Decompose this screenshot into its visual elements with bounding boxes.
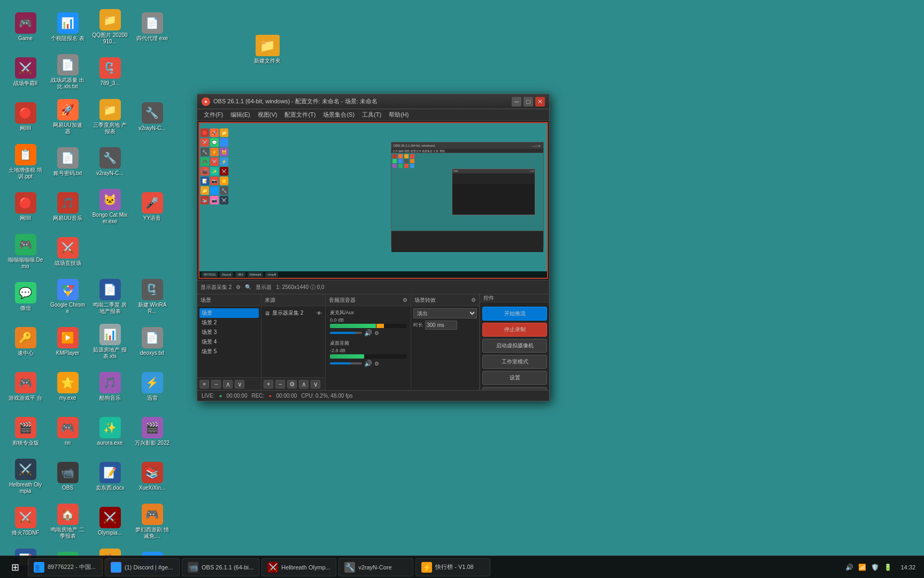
desktop-icon-3rd[interactable]: 📁 三季度房地 产报表 xyxy=(90,95,130,138)
obs-studio-mode-button[interactable]: 工作室模式 xyxy=(482,355,547,369)
desktop-icon-chrome[interactable]: Google Chrome xyxy=(48,275,88,318)
tray-shield-icon[interactable]: 🛡️ xyxy=(869,562,880,573)
desktop-icon-mujin[interactable]: 🎵 酷狗音乐 xyxy=(90,365,130,408)
taskbar-item-kuaipang[interactable]: ⚡ 快行榜 - V1.08 xyxy=(415,558,490,576)
obs-audio-ch1-mute-button[interactable]: 🔊 xyxy=(364,329,372,337)
obs-source-item[interactable]: 🖥 显示器采集 2 👁 xyxy=(264,308,323,318)
desktop-icon-kmplayer[interactable]: ▶️ KMPlayer xyxy=(48,320,88,363)
desktop-icon-wechat[interactable]: 💬 微信 xyxy=(5,275,45,318)
desktop-icon-bongo[interactable]: 🐱 Bongo Cat Mixer.exe xyxy=(90,185,130,228)
desktop-icon-txt5[interactable]: 📄 战场武器量 出比.xls.txt xyxy=(48,50,88,93)
desktop-icon-v2ray1[interactable]: 🔧 v2rayN-C... xyxy=(132,95,172,138)
tray-battery-icon[interactable]: 🔋 xyxy=(882,562,893,573)
obs-audio-ch2-mute-button[interactable]: 🔊 xyxy=(364,360,372,367)
desktop-icon-olympia[interactable]: ⚔️ Olympia... xyxy=(90,500,130,543)
desktop-icon-maidong[interactable]: 📝 卖东西.docx xyxy=(90,455,130,498)
obs-menu-view[interactable]: 视图(V) xyxy=(255,110,281,120)
obs-minimize-button[interactable]: ─ xyxy=(512,97,521,107)
desktop-icon-mingla[interactable]: 📄 鸣啦二季度 房地产报表 xyxy=(90,275,130,318)
taskbar-item-v2ray[interactable]: 🔧 v2rayN-Core xyxy=(338,558,413,576)
obs-transitions-type-select[interactable]: 淡出 xyxy=(413,308,477,318)
desktop-folder-new[interactable]: 📁 新建文件夹 xyxy=(254,35,281,64)
desktop-icon-addr2[interactable]: 🏠 鸣啦房地产 二季报表 xyxy=(48,500,88,543)
obs-scene-up-button[interactable]: ∧ xyxy=(223,380,233,389)
desktop-icon-helbreath[interactable]: ⚔️ Helbreath Olympia xyxy=(5,455,45,498)
obs-scene-4[interactable]: 场景 4 xyxy=(199,337,259,347)
desktop-icon-789[interactable]: 🗜️ 789_3... xyxy=(90,50,130,93)
obs-scene-down-button[interactable]: ∨ xyxy=(235,380,244,389)
desktop-icon-fenghuoDNF[interactable]: ⚔️ 烽火70DNF xyxy=(5,500,45,543)
desktop-icon-menghu[interactable]: 🎮 梦幻西游剧 情减免.... xyxy=(132,500,172,543)
obs-source-up-button[interactable]: ∧ xyxy=(299,380,309,389)
obs-audio-ch2-gear-icon[interactable]: ⚙ xyxy=(374,361,379,367)
desktop-icon-uuacc[interactable]: 🚀 网易UU加速 器 xyxy=(48,95,88,138)
desktop-icon-qqimg[interactable]: 📊 个税阻报名 表 xyxy=(48,5,88,48)
obs-scene-1[interactable]: 场景 xyxy=(199,308,259,318)
desktop-icon-game[interactable]: 🎮 Game xyxy=(5,5,45,48)
desktop-icon-xuexi[interactable]: 📚 XueXiXin... xyxy=(132,455,172,498)
desktop-icon-aurora[interactable]: ✨ aurora.exe xyxy=(90,410,130,453)
obs-scene-remove-button[interactable]: − xyxy=(211,380,221,389)
desktop-icon-wanxing[interactable]: 🎬 万兴影影 2022 xyxy=(132,410,172,453)
obs-menu-edit[interactable]: 编辑(E) xyxy=(227,110,253,120)
obs-virtual-camera-button[interactable]: 启动虚拟摄像机 xyxy=(482,339,547,353)
desktop-icon-ruprop[interactable]: 📊 茹源房地产 报表.xls xyxy=(90,320,130,363)
desktop-icon-wng[interactable]: 🎮 嗡嗡嗡嗡嗡 Demo xyxy=(5,230,45,273)
desktop-icon-my[interactable]: ⭐ my.exe xyxy=(48,365,88,408)
desktop-icon-caijian[interactable]: 🎬 剪映专业版 xyxy=(5,410,45,453)
taskbar-item-helbreath[interactable]: ⚔️ Helbreath Olymp... xyxy=(261,558,336,576)
obs-transitions-duration-input[interactable] xyxy=(425,321,457,330)
desktop-icon-163music[interactable]: 🎵 网易UU音乐 xyxy=(48,185,88,228)
obs-menu-profile[interactable]: 配置文件(T) xyxy=(281,110,319,120)
desktop-icon-yy[interactable]: 🎤 YY语音 xyxy=(132,185,172,228)
taskbar-item-discord[interactable]: 🌐 (1) Discord | #ge... xyxy=(105,558,180,576)
obs-maximize-button[interactable]: □ xyxy=(523,97,533,107)
obs-scene-5[interactable]: 场景 5 xyxy=(199,347,259,356)
desktop-icon-arena[interactable]: ⚔️ 战场竞技场 xyxy=(48,230,88,273)
desktop-icon-ppt[interactable]: 📋 土地增值税 培训.ppt xyxy=(5,140,45,183)
obs-stop-record-button[interactable]: 停止录制 xyxy=(482,323,547,337)
obs-source-add-button[interactable]: + xyxy=(264,380,273,389)
obs-audio-ch1-slider[interactable] xyxy=(330,332,362,334)
obs-menu-scenecol[interactable]: 场景集合(S) xyxy=(320,110,358,120)
tray-sound-icon[interactable]: 🔊 xyxy=(844,562,854,573)
obs-start-stream-button[interactable]: 开始推流 xyxy=(482,307,547,321)
obs-transitions-settings-icon[interactable]: ⚙ xyxy=(471,297,476,303)
taskbar-item-obs[interactable]: 📹 OBS 26.1.1 (64-bi... xyxy=(182,558,259,576)
desktop-icon-1key[interactable]: 🔑 速中心 xyxy=(5,320,45,363)
desktop-icon-163[interactable]: 🔴 网IIII xyxy=(5,95,45,138)
desktop-icon-obs[interactable]: 📹 OBS xyxy=(48,455,88,498)
obs-source-down-button[interactable]: ∨ xyxy=(311,380,320,389)
obs-scene-2[interactable]: 场景 2 xyxy=(199,318,259,328)
desktop-icon-4gen[interactable]: 📄 四代代理 exe xyxy=(132,5,172,48)
desktop-icon-qqfolder[interactable]: 📁 QQ图片 20200910... xyxy=(90,5,130,48)
obs-menu-file[interactable]: 文件(F) xyxy=(201,110,226,120)
desktop-icon-winrar[interactable]: 🗜️ 新建 WinRAR... xyxy=(132,275,172,318)
obs-scene-add-button[interactable]: + xyxy=(199,380,209,389)
obs-audio-ch1-bar xyxy=(330,324,406,328)
desktop-icon-deoxys[interactable]: 📄 deoxys.txt xyxy=(132,320,172,363)
obs-close-button[interactable]: ✕ xyxy=(535,97,545,107)
obs-settings-button[interactable]: 设置 xyxy=(482,371,547,385)
tray-network-icon[interactable]: 📶 xyxy=(857,562,867,573)
obs-menu-help[interactable]: 帮助(H) xyxy=(386,110,412,120)
start-button[interactable]: ⊞ xyxy=(4,559,26,576)
obs-source-eye-icon[interactable]: 👁 xyxy=(317,310,322,316)
taskbar-item-qq[interactable]: 👥 89776222 - 中国... xyxy=(28,558,103,576)
desktop-icon-thunder[interactable]: ⚡ 迅雷 xyxy=(132,365,172,408)
desktop-icon-pwd[interactable]: 📄 账号密码.txt xyxy=(48,140,88,183)
desktop-icon-163-2[interactable]: 🔴 网IIII xyxy=(5,185,45,228)
obs-audio-settings-icon[interactable]: ⚙ xyxy=(403,297,407,303)
obs-source-settings-button[interactable]: ⚙ xyxy=(287,380,297,389)
obs-scene-3[interactable]: 场景 3 xyxy=(199,328,259,337)
desktop-icon-gameplat[interactable]: 🎮 游戏游戏平 台 xyxy=(5,365,45,408)
desktop-icon-nn[interactable]: 🎮 nn xyxy=(48,410,88,453)
obs-audio-ch1-gear-icon[interactable]: ⚙ xyxy=(374,330,379,336)
obs-toolbar-filter[interactable]: 🔍 xyxy=(245,284,251,290)
obs-audio-ch2-slider[interactable] xyxy=(330,362,362,364)
obs-source-remove-button[interactable]: − xyxy=(275,380,285,389)
obs-menu-tools[interactable]: 工具(T) xyxy=(359,110,384,120)
desktop-icon-v2ray2[interactable]: 🔧 v2rayN-C... xyxy=(90,140,130,183)
obs-toolbar-gear[interactable]: ⚙ xyxy=(236,284,241,290)
desktop-icon-zhan[interactable]: ⚔️ 战场争霸II xyxy=(5,50,45,93)
